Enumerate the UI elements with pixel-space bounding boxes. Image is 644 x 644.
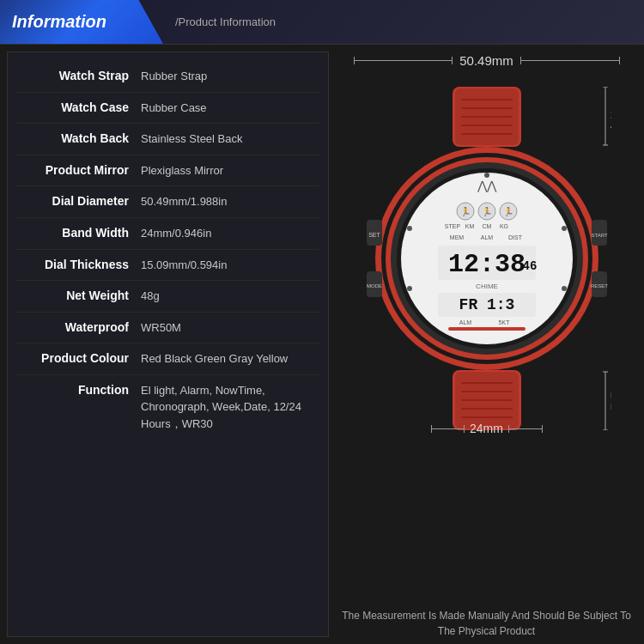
- svg-point-33: [562, 286, 567, 291]
- table-row: Watch BackStainless Steel Back: [16, 124, 319, 155]
- svg-text:STEP: STEP: [444, 223, 460, 229]
- svg-text:CHIME: CHIME: [476, 283, 498, 290]
- svg-text:KM: KM: [465, 223, 474, 229]
- dim-band-width: 24mm: [431, 422, 543, 435]
- table-row: FunctionEl light, Alarm, NowTime, Chrono…: [16, 375, 319, 440]
- spec-value: Stainless Steel Back: [141, 131, 319, 148]
- spec-label: Dial Diameter: [16, 193, 141, 210]
- spec-label: Watch Back: [16, 131, 141, 148]
- svg-text:MODE: MODE: [367, 283, 382, 289]
- dim-label-width: 50.49mm: [453, 53, 520, 68]
- table-row: Dial Diameter50.49mm/1.988in: [16, 186, 319, 218]
- spec-label: Product Colour: [16, 350, 141, 368]
- svg-point-31: [562, 226, 567, 231]
- svg-text:2: 2: [611, 109, 611, 121]
- svg-text:🏃: 🏃: [482, 206, 493, 217]
- header: Information /Product Information: [0, 0, 644, 45]
- table-row: Product ColourRed Black Green Gray Yello…: [16, 343, 319, 375]
- table-row: Net Weight48g: [16, 281, 319, 313]
- table-row: Watch StrapRubber Strap: [16, 61, 319, 93]
- svg-text:START: START: [591, 233, 607, 238]
- svg-text:KG: KG: [499, 223, 507, 229]
- svg-text:⋀⋀: ⋀⋀: [477, 179, 497, 192]
- dim-line-top-left: [354, 60, 453, 61]
- svg-point-30: [407, 226, 412, 231]
- spec-value: Plexiglass Mirror: [141, 162, 319, 179]
- table-row: Watch CaseRubber Case: [16, 93, 319, 125]
- spec-label: Dial Thickness: [16, 257, 141, 274]
- info-tab[interactable]: Information: [0, 0, 163, 44]
- watch-panel: 50.49mm: [329, 45, 644, 644]
- svg-text:MEM: MEM: [449, 234, 464, 240]
- spec-value: 24mm/0.946in: [141, 225, 319, 242]
- svg-text:m: m: [611, 400, 611, 412]
- svg-text:ALM: ALM: [480, 234, 493, 240]
- watch-svg: SET START MODE RESET ⋀⋀: [362, 87, 611, 430]
- spec-label: Watch Case: [16, 100, 141, 117]
- footer-note: The Measurement Is Made Manually And Sho…: [337, 603, 635, 639]
- svg-text:🏃: 🏃: [460, 206, 471, 217]
- svg-text:SET: SET: [368, 232, 380, 238]
- svg-text:RESET: RESET: [590, 283, 607, 289]
- spec-label: Function: [16, 382, 141, 399]
- svg-text:m: m: [611, 389, 611, 401]
- svg-text:46: 46: [522, 259, 537, 273]
- table-row: Product MirrorPlexiglass Mirror: [16, 155, 319, 187]
- spec-value: WR50M: [141, 319, 319, 337]
- dim-line-bw-left: [431, 428, 465, 429]
- spec-value: 48g: [141, 288, 319, 305]
- breadcrumb: /Product Information: [163, 15, 276, 28]
- dim-label-band-width: 24mm: [465, 422, 508, 435]
- spec-label: Waterproof: [16, 319, 141, 337]
- svg-rect-55: [448, 327, 526, 331]
- table-row: Dial Thickness15.09mm/0.594in: [16, 250, 319, 282]
- dim-line-bw-right: [508, 428, 543, 429]
- svg-text:FR  1:3: FR 1:3: [459, 296, 514, 313]
- watch-image-area: SET START MODE RESET ⋀⋀: [354, 70, 620, 447]
- info-tab-label: Information: [12, 12, 106, 32]
- spec-label: Band Width: [16, 225, 141, 242]
- svg-text:5KT: 5KT: [498, 319, 510, 325]
- svg-text:🏃: 🏃: [503, 206, 514, 217]
- spec-value: Red Black Green Gray Yellow: [141, 350, 319, 368]
- dim-line-top-right: [520, 60, 620, 61]
- spec-value: El light, Alarm, NowTime, Chronograph, W…: [141, 382, 319, 433]
- svg-point-32: [407, 286, 412, 291]
- table-row: WaterproofWR50M: [16, 313, 319, 344]
- spec-label: Watch Strap: [16, 68, 141, 85]
- svg-point-29: [484, 173, 489, 178]
- spec-label: Product Mirror: [16, 162, 141, 179]
- main-content: Watch StrapRubber StrapWatch CaseRubber …: [0, 45, 644, 644]
- svg-text:DIST: DIST: [508, 234, 523, 240]
- spec-value: Rubber Strap: [141, 68, 319, 85]
- spec-value: 50.49mm/1.988in: [141, 193, 319, 210]
- spec-panel: Watch StrapRubber StrapWatch CaseRubber …: [7, 52, 329, 637]
- spec-table: Watch StrapRubber StrapWatch CaseRubber …: [16, 61, 319, 439]
- spec-value: 15.09mm/0.594in: [141, 257, 319, 274]
- spec-value: Rubber Case: [141, 100, 319, 117]
- svg-text:12:38: 12:38: [447, 250, 525, 279]
- dimension-width: 50.49mm: [354, 53, 620, 68]
- table-row: Band Width24mm/0.946in: [16, 218, 319, 250]
- spec-label: Net Weight: [16, 288, 141, 305]
- svg-text:4: 4: [611, 120, 611, 132]
- svg-text:ALM: ALM: [459, 319, 471, 325]
- svg-text:CM: CM: [482, 223, 491, 229]
